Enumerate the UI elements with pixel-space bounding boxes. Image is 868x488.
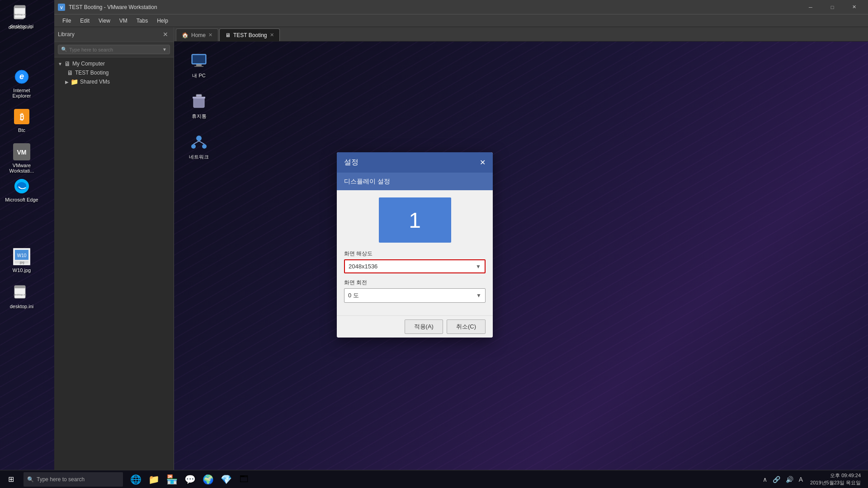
home-tab-icon: 🏠 (182, 32, 189, 38)
library-close-button[interactable]: ✕ (161, 30, 170, 39)
host-icon-edge[interactable]: Microsoft Edge (4, 177, 40, 202)
minimize-button[interactable]: ─ (800, 0, 821, 14)
tree-arrow-my-computer: ▼ (58, 61, 62, 66)
tray-volume-icon[interactable]: 🔊 (784, 476, 795, 483)
vmware-titlebar: V TEST Booting - VMware Workstation ─ □ … (54, 0, 868, 14)
host-vmware-label: VMware Workstati... (4, 163, 40, 174)
menu-tabs[interactable]: Tabs (132, 16, 152, 26)
resolution-label: 화면 해상도 (344, 250, 486, 258)
vmware-title: TEST Booting - VMware Workstation (69, 4, 800, 10)
host-icon-vmware[interactable]: VM VMware Workstati... (4, 143, 40, 174)
tray-expand-icon[interactable]: ∧ (761, 476, 769, 483)
host-icon-desktop-ini-1[interactable]: desktop.ini desktop.ini (4, 4, 40, 29)
tab-test-booting[interactable]: 🖥 TEST Booting ✕ (219, 28, 279, 41)
taskbar-app-edge[interactable]: 🌐 (127, 470, 145, 488)
close-button[interactable]: ✕ (844, 0, 864, 14)
search-input[interactable] (69, 47, 162, 52)
resolution-value: 2048x1536 (349, 263, 476, 270)
tree-my-computer[interactable]: ▼ 🖥 My Computer (54, 59, 174, 68)
tree-test-booting-label: TEST Booting (75, 70, 108, 76)
vm-tab-icon: 🖥 (225, 32, 231, 38)
taskbar-search[interactable]: 🔍 Type here to search (24, 472, 123, 487)
dialog-close-button[interactable]: ✕ (480, 158, 486, 167)
taskbar-app-store[interactable]: 🏪 (163, 470, 181, 488)
host-w10-icon: W10.jpg (13, 248, 31, 266)
rotation-label: 화면 회전 (344, 279, 486, 286)
library-header: Library ✕ (54, 27, 174, 42)
menu-file[interactable]: File (58, 16, 75, 26)
search-dropdown-icon[interactable]: ▼ (162, 47, 167, 52)
host-w10-label: W10.jpg (13, 267, 31, 273)
tab-test-booting-close[interactable]: ✕ (270, 32, 274, 38)
maximize-button[interactable]: □ (822, 0, 843, 14)
windows-logo-icon: ⊞ (8, 475, 14, 483)
taskbar-gem-icon: 💎 (221, 474, 232, 485)
library-panel: Library ✕ 🔍 ▼ ▼ 🖥 My Computer (54, 27, 174, 470)
cancel-button[interactable]: 취소(C) (447, 319, 486, 334)
svg-text:.jpg: .jpg (19, 261, 24, 264)
tree-view: ▼ 🖥 My Computer 🖥 TEST Booting ▶ 📁 Share… (54, 57, 174, 470)
tray-clock: 오후 09:49:24 (810, 472, 861, 479)
taskbar-app-window[interactable]: 🗔 (235, 470, 253, 488)
start-button[interactable]: ⊞ (0, 470, 22, 488)
tree-test-booting[interactable]: 🖥 TEST Booting (54, 68, 174, 77)
rotation-select[interactable]: 0 도 ▼ (344, 288, 486, 303)
taskbar-search-icon: 🔍 (27, 476, 34, 483)
monitor-preview: 1 (344, 197, 486, 243)
computer-icon: 🖥 (64, 60, 71, 67)
folder-icon: 📁 (71, 78, 78, 85)
library-title: Library (58, 31, 161, 38)
menu-vm[interactable]: VM (115, 16, 132, 26)
tray-language-icon[interactable]: A (797, 476, 805, 483)
menu-edit[interactable]: Edit (75, 16, 94, 26)
svg-text:W10: W10 (17, 253, 27, 258)
host-icon-btc[interactable]: ₿ Btc (4, 108, 40, 133)
taskbar-explorer-icon: 📁 (148, 474, 160, 485)
host-btc-icon: ₿ (13, 108, 31, 126)
host-edge-icon (13, 177, 31, 195)
resolution-select[interactable]: 2048x1536 ▼ (344, 259, 486, 273)
tree-shared-vms-label: Shared VMs (80, 79, 110, 85)
taskbar-app-ie[interactable]: 🌍 (199, 470, 217, 488)
host-desktop-ini-2-icon: desktop.ini (13, 284, 31, 302)
menu-bar: File Edit View VM Tabs Help (54, 14, 868, 27)
library-search-area: 🔍 ▼ (54, 42, 174, 57)
taskbar-app-gem[interactable]: 💎 (217, 470, 235, 488)
host-ie-icon: e (13, 68, 31, 86)
main-content-area: 🏠 Home ✕ 🖥 TEST Booting ✕ (174, 27, 868, 470)
svg-text:desktop.ini: desktop.ini (14, 13, 26, 16)
window-controls: ─ □ ✕ (800, 0, 864, 14)
svg-text:₿: ₿ (20, 113, 24, 122)
vm-view: 내 PC 휴지통 네트워크 (174, 42, 868, 470)
vmware-window: V TEST Booting - VMware Workstation ─ □ … (54, 0, 868, 470)
host-icon-desktop-ini-2[interactable]: desktop.ini desktop.ini (4, 284, 40, 309)
tab-home[interactable]: 🏠 Home ✕ (176, 28, 218, 41)
host-desktop-ini-1-label: desktop.ini (10, 23, 34, 29)
host-icon-ie[interactable]: e Internet Explorer (4, 68, 40, 99)
vmware-body: Library ✕ 🔍 ▼ ▼ 🖥 My Computer (54, 27, 868, 470)
search-box[interactable]: 🔍 ▼ (58, 45, 170, 54)
dialog-overlay: 설정 ✕ 디스플레이 설정 1 (174, 42, 868, 470)
monitor-number: 1 (409, 208, 421, 233)
vm-desktop: 내 PC 휴지통 네트워크 (174, 42, 868, 470)
taskbar-app-explorer[interactable]: 📁 (145, 470, 163, 488)
rotation-dropdown-icon: ▼ (476, 292, 481, 299)
resolution-dropdown-icon: ▼ (476, 263, 481, 270)
taskbar-app-whatsapp[interactable]: 💬 (181, 470, 199, 488)
search-icon: 🔍 (61, 47, 67, 52)
taskbar-search-placeholder: Type here to search (37, 476, 85, 483)
host-icon-w10[interactable]: W10.jpg W10.jpg (4, 248, 40, 273)
tab-test-booting-label: TEST Booting (233, 32, 267, 38)
settings-dialog: 설정 ✕ 디스플레이 설정 1 (337, 152, 493, 338)
tree-my-computer-label: My Computer (72, 61, 105, 67)
host-edge-label: Microsoft Edge (5, 197, 38, 202)
host-ie-label: Internet Explorer (4, 88, 40, 99)
svg-text:VM: VM (17, 149, 27, 156)
menu-view[interactable]: View (94, 16, 115, 26)
menu-help[interactable]: Help (152, 16, 173, 26)
tray-network-icon[interactable]: 🔗 (771, 476, 782, 483)
svg-rect-33 (14, 286, 25, 288)
tree-shared-vms[interactable]: ▶ 📁 Shared VMs (54, 77, 174, 86)
apply-button[interactable]: 적용(A) (405, 319, 443, 334)
tab-home-close[interactable]: ✕ (208, 32, 212, 38)
